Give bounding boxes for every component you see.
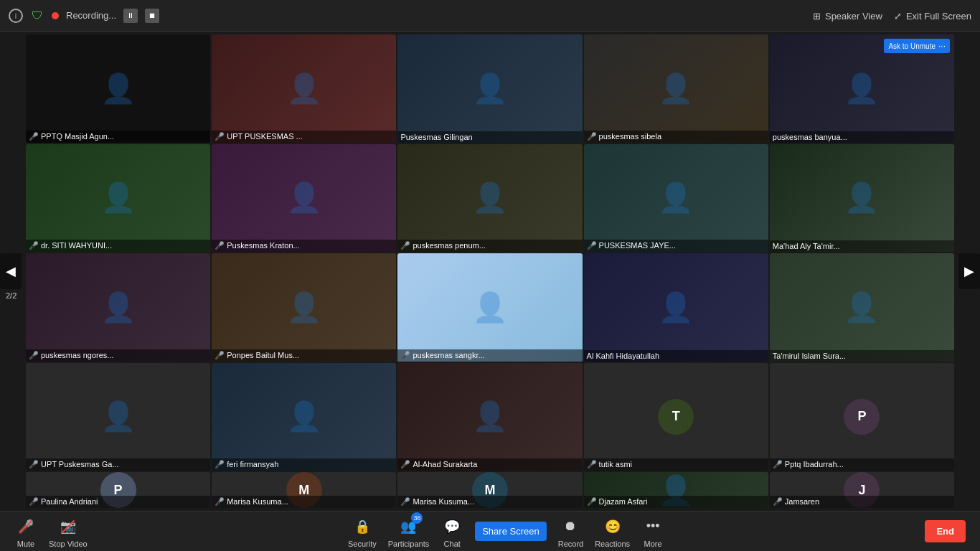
person-thumbnail: 👤 — [584, 144, 768, 253]
bottom-center-controls: 🔒 Security 👥 36 Participants 💬 Chat Shar… — [348, 515, 664, 548]
share-screen-button[interactable]: Share Screen — [475, 522, 547, 541]
info-icon[interactable]: i — [9, 9, 23, 23]
avatar: P — [844, 399, 880, 435]
fullscreen-label: Exit Full Screen — [906, 10, 971, 21]
bottom-left-controls: 🎤 Mute 📷 Stop Video — [14, 515, 88, 548]
recording-dot — [52, 12, 59, 19]
participants-button[interactable]: 👥 36 Participants — [388, 515, 429, 548]
name-text: Ponpes Baitul Mus... — [227, 351, 299, 359]
speaker-view-button[interactable]: ⊞ Speaker View — [813, 10, 882, 21]
mute-indicator-icon: 🎤 — [400, 241, 410, 250]
participant-name: 🎤Jamsaren — [770, 496, 954, 508]
share-label: Share Screen — [482, 526, 540, 537]
video-cell-18: 👤🎤Al-Ahad Surakarta — [397, 363, 582, 471]
mute-indicator-icon: 🎤 — [29, 241, 39, 250]
name-text: PUSKESMAS JAYE... — [599, 241, 676, 250]
participants-icon: 👥 36 — [397, 515, 420, 538]
more-options-icon[interactable]: ··· — [938, 41, 946, 51]
video-button[interactable]: 📷 Stop Video — [49, 515, 88, 548]
participant-name: 🎤puskesmas sangkr... — [397, 349, 582, 362]
participant-name: 🎤puskesmas sibela — [584, 131, 768, 143]
person-thumbnail: 👤 — [212, 144, 396, 253]
video-cell-20: P🎤Pptq Ibadurrah... — [770, 363, 954, 471]
mute-indicator-icon: 🎤 — [587, 241, 597, 250]
video-cell-4: 👤🎤puskesmas sibela — [584, 34, 768, 143]
mute-indicator-icon: 🎤 — [215, 241, 225, 250]
name-text: puskesmas sibela — [599, 132, 661, 141]
person-thumbnail: 👤 — [26, 253, 210, 362]
person-thumbnail: 👤 — [212, 253, 396, 362]
name-text: Al-Ahad Surakarta — [413, 460, 477, 468]
mute-indicator-icon: 🎤 — [773, 497, 783, 506]
person-thumbnail: 👤 — [26, 144, 210, 253]
shield-icon: 🛡 — [30, 9, 44, 23]
name-text: dr. SITI WAHYUNI... — [41, 241, 112, 250]
name-text: Marisa Kusuma... — [413, 497, 474, 506]
stop-button[interactable]: ⏹ — [145, 9, 159, 23]
topbar: i 🛡 Recording... ⏸ ⏹ ⊞ Speaker View ⤢ Ex… — [0, 0, 980, 32]
participant-name: 🎤PUSKESMAS JAYE... — [584, 240, 768, 252]
mute-indicator-icon: 🎤 — [400, 460, 410, 468]
name-text: Ta'mirul Islam Sura... — [773, 352, 846, 360]
video-cell-22: M🎤Marisa Kusuma... — [212, 472, 396, 508]
video-cell-25: J🎤Jamsaren — [770, 472, 954, 508]
mute-button[interactable]: 🎤 Mute — [14, 515, 37, 548]
person-thumbnail: 👤 — [397, 363, 582, 471]
video-cell-5: Ask to Unmute···👤puskesmas banyua... — [770, 34, 954, 143]
record-label: Record — [558, 540, 583, 548]
topbar-left: i 🛡 Recording... ⏸ ⏹ — [9, 9, 159, 23]
mute-indicator-icon: 🎤 — [215, 351, 225, 359]
participant-name: 🎤PPTQ Masjid Agun... — [26, 131, 210, 143]
security-label: Security — [348, 540, 377, 548]
ask-unmute-badge[interactable]: Ask to Unmute··· — [884, 39, 950, 53]
name-text: Ma'had Aly Ta'mir... — [773, 242, 840, 250]
name-text: PPTQ Masjid Agun... — [41, 132, 114, 141]
video-cell-3: 👤Puskesmas Gilingan — [397, 34, 582, 143]
participant-name: 🎤tutik asmi — [584, 458, 768, 471]
mute-label: Mute — [17, 540, 34, 548]
participant-name: 🎤Marisa Kusuma... — [397, 496, 582, 508]
name-text: Jamsaren — [785, 497, 819, 506]
video-cell-11: 👤🎤puskesmas ngores... — [26, 253, 210, 362]
participant-name: 🎤Pptq Ibadurrah... — [770, 458, 954, 471]
end-button[interactable]: End — [925, 520, 966, 542]
participant-name: 🎤Puskesmas Kraton... — [212, 240, 396, 252]
mute-indicator-icon: 🎤 — [587, 132, 597, 141]
participant-name: puskesmas banyua... — [770, 131, 954, 143]
name-text: Djazam Asfari — [599, 497, 648, 506]
nav-arrow-right[interactable]: ▶ — [958, 253, 980, 289]
reactions-button[interactable]: 😊 Reactions — [595, 515, 630, 548]
chat-label: Chat — [444, 540, 461, 548]
nav-arrow-left[interactable]: ◀ — [0, 253, 22, 289]
pause-button[interactable]: ⏸ — [123, 9, 138, 23]
record-icon: ⏺ — [559, 515, 582, 538]
video-cell-8: 👤🎤puskesmas penum... — [397, 144, 582, 253]
record-button[interactable]: ⏺ Record — [558, 515, 583, 548]
video-cell-23: M🎤Marisa Kusuma... — [397, 472, 582, 508]
name-text: Marisa Kusuma... — [227, 497, 288, 506]
video-cell-21: P🎤Paulina Andriani — [26, 472, 210, 508]
mic-icon: 🎤 — [14, 515, 37, 538]
more-button[interactable]: ••• More — [641, 515, 664, 548]
participant-name: 🎤Djazam Asfari — [584, 496, 768, 508]
security-button[interactable]: 🔒 Security — [348, 515, 377, 548]
bottombar: 🎤 Mute 📷 Stop Video 🔒 Security 👥 36 Part… — [0, 511, 980, 551]
chat-button[interactable]: 💬 Chat — [440, 515, 463, 548]
participants-label: Participants — [388, 540, 429, 548]
fullscreen-button[interactable]: ⤢ Exit Full Screen — [894, 10, 971, 21]
reactions-icon: 😊 — [601, 515, 624, 538]
name-text: UPT Puskesmas Ga... — [41, 460, 119, 468]
participants-count: 36 — [411, 512, 423, 524]
mute-indicator-icon: 🎤 — [29, 460, 39, 468]
person-thumbnail: 👤 — [584, 253, 768, 362]
person-thumbnail: 👤 — [397, 253, 582, 362]
mute-indicator-icon: 🎤 — [215, 460, 225, 468]
name-text: tutik asmi — [599, 460, 632, 468]
video-cell-16: 👤🎤UPT Puskesmas Ga... — [26, 363, 210, 471]
mute-indicator-icon: 🎤 — [29, 132, 39, 141]
participant-name: 🎤feri firmansyah — [212, 458, 396, 471]
video-cell-12: 👤🎤Ponpes Baitul Mus... — [212, 253, 396, 362]
video-cell-24: 👤🎤Djazam Asfari — [584, 472, 768, 508]
video-cell-6: 👤🎤dr. SITI WAHYUNI... — [26, 144, 210, 253]
participant-name: 🎤puskesmas penum... — [397, 240, 582, 252]
